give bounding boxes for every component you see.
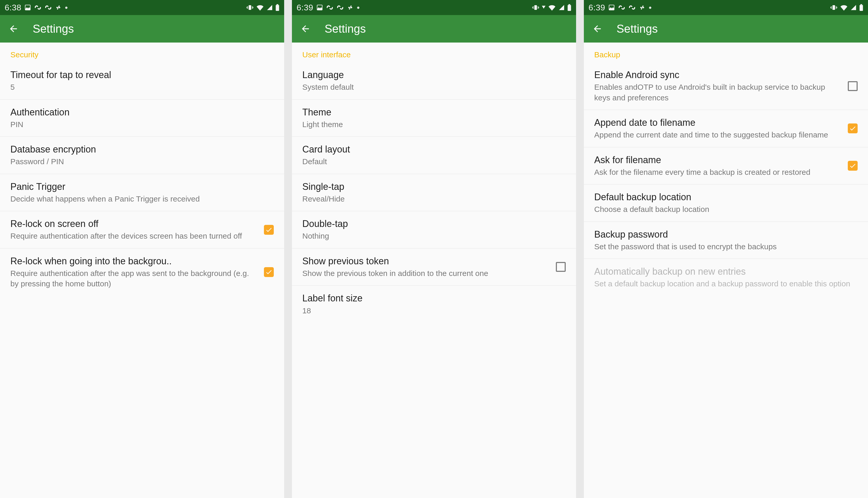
setting-title: Backup password — [594, 228, 858, 240]
authy-icon-2 — [628, 5, 636, 10]
setting-title: Re-lock when going into the backgrou.. — [10, 255, 259, 267]
wifi-icon — [840, 4, 848, 11]
setting-ask-for-filename[interactable]: Ask for filename Ask for the filename ev… — [584, 147, 868, 185]
status-clock: 6:39 — [588, 3, 605, 12]
setting-card-layout[interactable]: Card layout Default — [292, 137, 576, 174]
setting-double-tap[interactable]: Double-tap Nothing — [292, 211, 576, 248]
setting-title: Enable Android sync — [594, 69, 843, 81]
setting-subtitle: Choose a default backup location — [594, 204, 858, 215]
fan-icon — [639, 4, 645, 11]
setting-title: Ask for filename — [594, 154, 843, 166]
setting-title: Label font size — [302, 292, 566, 304]
setting-subtitle: Password / PIN — [10, 156, 274, 167]
setting-default-backup-location[interactable]: Default backup location Choose a default… — [584, 184, 868, 222]
setting-relock-background[interactable]: Re-lock when going into the backgrou.. R… — [0, 248, 284, 296]
setting-enable-android-sync[interactable]: Enable Android sync Enables andOTP to us… — [584, 62, 868, 110]
checkbox-unchecked[interactable] — [848, 81, 858, 91]
setting-backup-password[interactable]: Backup password Set the password that is… — [584, 222, 868, 259]
setting-title: Default backup location — [594, 191, 858, 203]
setting-title: Theme — [302, 106, 566, 118]
setting-authentication[interactable]: Authentication PIN — [0, 100, 284, 137]
setting-subtitle: Ask for the filename every time a backup… — [594, 167, 843, 178]
page-title: Settings — [33, 22, 74, 35]
more-notifications-icon: • — [65, 3, 68, 12]
setting-subtitle: Append the current date and time to the … — [594, 130, 843, 140]
setting-subtitle: 5 — [10, 82, 274, 93]
setting-label-font-size[interactable]: Label font size 18 — [292, 286, 576, 323]
back-button[interactable] — [590, 22, 605, 36]
checkbox-checked[interactable] — [848, 123, 858, 133]
setting-subtitle: Default — [302, 156, 566, 167]
setting-panic-trigger[interactable]: Panic Trigger Decide what happens when a… — [0, 174, 284, 211]
checkmark-icon — [265, 226, 272, 233]
settings-list: User interface Language System default T… — [292, 42, 576, 498]
signal-icon — [850, 4, 857, 11]
setting-title: Double-tap — [302, 218, 566, 230]
setting-subtitle: System default — [302, 82, 566, 93]
authy-icon-2 — [336, 5, 344, 10]
page-title: Settings — [324, 22, 366, 35]
section-header-security: Security — [0, 42, 284, 62]
setting-title: Automatically backup on new entries — [594, 266, 858, 277]
setting-relock-screen-off[interactable]: Re-lock on screen off Require authentica… — [0, 211, 284, 248]
fan-icon — [347, 4, 353, 11]
more-notifications-icon: • — [357, 3, 360, 12]
svg-rect-10 — [860, 4, 862, 5]
setting-single-tap[interactable]: Single-tap Reveal/Hide — [292, 174, 576, 211]
checkmark-icon — [265, 268, 272, 276]
setting-title: Timeout for tap to reveal — [10, 69, 274, 81]
gallery-icon — [316, 4, 323, 11]
setting-subtitle: Enables andOTP to use Android's built in… — [594, 82, 843, 103]
authy-icon-1 — [618, 5, 625, 10]
signal-icon — [559, 4, 565, 11]
setting-subtitle: Light theme — [302, 119, 566, 130]
setting-title: Card layout — [302, 143, 566, 155]
app-bar: Settings — [0, 15, 284, 42]
back-button[interactable] — [6, 22, 21, 36]
setting-subtitle: Require authentication after the devices… — [10, 231, 259, 241]
svg-rect-11 — [860, 5, 863, 11]
setting-subtitle: PIN — [10, 119, 274, 130]
screen-2: 6:39 • — [292, 0, 576, 498]
svg-rect-2 — [277, 4, 278, 5]
vibrate-icon — [830, 4, 838, 11]
setting-subtitle: Require authentication after the app was… — [10, 268, 259, 289]
gallery-icon — [608, 4, 615, 11]
checkbox-checked[interactable] — [264, 225, 274, 235]
page-title: Settings — [616, 22, 658, 35]
authy-icon-2 — [44, 5, 52, 10]
svg-rect-6 — [569, 4, 570, 5]
checkbox-unchecked[interactable] — [556, 262, 566, 272]
vibrate-icon — [532, 4, 539, 11]
setting-title: Append date to filename — [594, 117, 843, 129]
setting-show-previous-token[interactable]: Show previous token Show the previous to… — [292, 248, 576, 286]
setting-database-encryption[interactable]: Database encryption Password / PIN — [0, 137, 284, 174]
status-clock: 6:39 — [297, 3, 313, 12]
setting-timeout-tap-reveal[interactable]: Timeout for tap to reveal 5 — [0, 62, 284, 100]
screen-1: 6:38 • — [0, 0, 284, 498]
setting-title: Show previous token — [302, 255, 551, 267]
checkbox-checked[interactable] — [848, 161, 858, 171]
setting-subtitle: Decide what happens when a Panic Trigger… — [10, 194, 274, 205]
setting-theme[interactable]: Theme Light theme — [292, 100, 576, 137]
setting-subtitle: Set a default backup location and a back… — [594, 278, 858, 289]
battery-icon — [275, 4, 280, 11]
status-bar: 6:39 • — [584, 0, 868, 15]
svg-rect-1 — [249, 5, 251, 10]
checkmark-icon — [849, 125, 856, 132]
screen-3: 6:39 • — [584, 0, 868, 498]
authy-icon-1 — [34, 5, 41, 10]
wifi-icon — [256, 4, 264, 11]
setting-append-date-filename[interactable]: Append date to filename Append the curre… — [584, 110, 868, 147]
back-button[interactable] — [298, 22, 313, 36]
arrow-back-icon — [300, 24, 311, 34]
more-notifications-icon: • — [649, 3, 652, 12]
setting-title: Panic Trigger — [10, 181, 274, 193]
svg-rect-9 — [832, 5, 835, 10]
status-bar: 6:38 • — [0, 0, 284, 15]
svg-rect-3 — [276, 5, 279, 11]
settings-list: Backup Enable Android sync Enables andOT… — [584, 42, 868, 498]
setting-language[interactable]: Language System default — [292, 62, 576, 100]
checkbox-checked[interactable] — [264, 267, 274, 277]
gallery-icon — [24, 4, 31, 11]
